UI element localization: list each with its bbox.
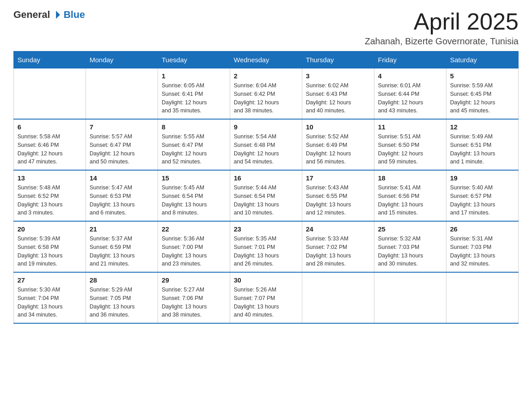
day-number: 27 [17, 276, 82, 284]
calendar-cell: 26Sunrise: 5:31 AM Sunset: 7:03 PM Dayli… [446, 221, 519, 272]
day-info: Sunrise: 5:54 AM Sunset: 6:48 PM Dayligh… [234, 133, 298, 166]
day-info: Sunrise: 5:36 AM Sunset: 7:00 PM Dayligh… [162, 235, 226, 268]
day-number: 10 [306, 123, 370, 131]
day-number: 13 [17, 174, 82, 182]
calendar-cell: 12Sunrise: 5:49 AM Sunset: 6:51 PM Dayli… [446, 119, 519, 170]
day-info: Sunrise: 5:30 AM Sunset: 7:04 PM Dayligh… [17, 286, 82, 319]
day-number: 25 [378, 225, 442, 233]
day-info: Sunrise: 5:29 AM Sunset: 7:05 PM Dayligh… [90, 286, 154, 319]
calendar-header-monday: Monday [86, 51, 158, 68]
day-info: Sunrise: 5:37 AM Sunset: 6:59 PM Dayligh… [90, 235, 154, 268]
calendar-cell: 4Sunrise: 6:01 AM Sunset: 6:44 PM Daylig… [374, 68, 446, 120]
calendar-cell: 8Sunrise: 5:55 AM Sunset: 6:47 PM Daylig… [158, 119, 230, 170]
day-info: Sunrise: 6:05 AM Sunset: 6:41 PM Dayligh… [162, 81, 226, 115]
day-info: Sunrise: 5:59 AM Sunset: 6:45 PM Dayligh… [450, 81, 515, 115]
day-info: Sunrise: 5:58 AM Sunset: 6:46 PM Dayligh… [17, 133, 82, 166]
day-info: Sunrise: 5:33 AM Sunset: 7:02 PM Dayligh… [306, 235, 370, 268]
day-info: Sunrise: 5:27 AM Sunset: 7:06 PM Dayligh… [162, 286, 226, 319]
day-number: 11 [378, 123, 442, 131]
day-info: Sunrise: 5:40 AM Sunset: 6:57 PM Dayligh… [450, 184, 515, 217]
calendar-cell: 5Sunrise: 5:59 AM Sunset: 6:45 PM Daylig… [446, 68, 519, 120]
day-number: 4 [378, 72, 442, 80]
calendar-header-thursday: Thursday [302, 51, 374, 68]
calendar-cell: 2Sunrise: 6:04 AM Sunset: 6:42 PM Daylig… [230, 68, 302, 120]
day-number: 1 [162, 72, 226, 80]
day-number: 9 [234, 123, 298, 131]
calendar-cell: 29Sunrise: 5:27 AM Sunset: 7:06 PM Dayli… [158, 272, 230, 323]
month-title: April 2025 [365, 9, 519, 34]
calendar-cell: 13Sunrise: 5:48 AM Sunset: 6:52 PM Dayli… [14, 170, 86, 221]
calendar-cell: 25Sunrise: 5:32 AM Sunset: 7:03 PM Dayli… [374, 221, 446, 272]
day-number: 14 [90, 174, 154, 182]
day-info: Sunrise: 6:04 AM Sunset: 6:42 PM Dayligh… [234, 81, 298, 115]
calendar-cell: 18Sunrise: 5:41 AM Sunset: 6:56 PM Dayli… [374, 170, 446, 221]
calendar-cell: 11Sunrise: 5:51 AM Sunset: 6:50 PM Dayli… [374, 119, 446, 170]
calendar-week-row: 20Sunrise: 5:39 AM Sunset: 6:58 PM Dayli… [14, 221, 519, 272]
logo-blue: Blue [64, 9, 85, 20]
day-info: Sunrise: 5:44 AM Sunset: 6:54 PM Dayligh… [234, 184, 298, 217]
calendar-cell: 23Sunrise: 5:35 AM Sunset: 7:01 PM Dayli… [230, 221, 302, 272]
day-number: 20 [17, 225, 82, 233]
calendar-cell: 28Sunrise: 5:29 AM Sunset: 7:05 PM Dayli… [86, 272, 158, 323]
calendar-cell: 6Sunrise: 5:58 AM Sunset: 6:46 PM Daylig… [14, 119, 86, 170]
day-info: Sunrise: 5:41 AM Sunset: 6:56 PM Dayligh… [378, 184, 442, 217]
calendar-cell: 17Sunrise: 5:43 AM Sunset: 6:55 PM Dayli… [302, 170, 374, 221]
calendar-cell: 14Sunrise: 5:47 AM Sunset: 6:53 PM Dayli… [86, 170, 158, 221]
calendar-header-friday: Friday [374, 51, 446, 68]
calendar-header-row: SundayMondayTuesdayWednesdayThursdayFrid… [14, 51, 519, 68]
calendar-header-sunday: Sunday [14, 51, 86, 68]
day-number: 26 [450, 225, 515, 233]
day-number: 24 [306, 225, 370, 233]
calendar-cell: 21Sunrise: 5:37 AM Sunset: 6:59 PM Dayli… [86, 221, 158, 272]
calendar-cell: 22Sunrise: 5:36 AM Sunset: 7:00 PM Dayli… [158, 221, 230, 272]
day-info: Sunrise: 5:31 AM Sunset: 7:03 PM Dayligh… [450, 235, 515, 268]
day-info: Sunrise: 5:48 AM Sunset: 6:52 PM Dayligh… [17, 184, 82, 217]
day-info: Sunrise: 5:39 AM Sunset: 6:58 PM Dayligh… [17, 235, 82, 268]
day-number: 6 [17, 123, 82, 131]
day-number: 8 [162, 123, 226, 131]
location-title: Zahanah, Bizerte Governorate, Tunisia [365, 36, 519, 47]
day-info: Sunrise: 5:55 AM Sunset: 6:47 PM Dayligh… [162, 133, 226, 166]
day-info: Sunrise: 5:52 AM Sunset: 6:49 PM Dayligh… [306, 133, 370, 166]
calendar-cell [86, 68, 158, 120]
calendar-header-tuesday: Tuesday [158, 51, 230, 68]
calendar-cell: 24Sunrise: 5:33 AM Sunset: 7:02 PM Dayli… [302, 221, 374, 272]
calendar-week-row: 27Sunrise: 5:30 AM Sunset: 7:04 PM Dayli… [14, 272, 519, 323]
day-number: 28 [90, 276, 154, 284]
day-info: Sunrise: 5:51 AM Sunset: 6:50 PM Dayligh… [378, 133, 442, 166]
calendar-cell: 27Sunrise: 5:30 AM Sunset: 7:04 PM Dayli… [14, 272, 86, 323]
day-number: 18 [378, 174, 442, 182]
day-number: 22 [162, 225, 226, 233]
calendar-header-wednesday: Wednesday [230, 51, 302, 68]
calendar-table: SundayMondayTuesdayWednesdayThursdayFrid… [13, 51, 519, 324]
calendar-week-row: 1Sunrise: 6:05 AM Sunset: 6:41 PM Daylig… [14, 68, 519, 120]
day-info: Sunrise: 5:32 AM Sunset: 7:03 PM Dayligh… [378, 235, 442, 268]
calendar-cell: 30Sunrise: 5:26 AM Sunset: 7:07 PM Dayli… [230, 272, 302, 323]
day-info: Sunrise: 5:45 AM Sunset: 6:54 PM Dayligh… [162, 184, 226, 217]
day-number: 29 [162, 276, 226, 284]
calendar-cell: 9Sunrise: 5:54 AM Sunset: 6:48 PM Daylig… [230, 119, 302, 170]
day-number: 30 [234, 276, 298, 284]
logo: General Blue [13, 9, 85, 21]
calendar-cell: 19Sunrise: 5:40 AM Sunset: 6:57 PM Dayli… [446, 170, 519, 221]
calendar-cell: 3Sunrise: 6:02 AM Sunset: 6:43 PM Daylig… [302, 68, 374, 120]
day-number: 2 [234, 72, 298, 80]
day-number: 3 [306, 72, 370, 80]
calendar-cell: 7Sunrise: 5:57 AM Sunset: 6:47 PM Daylig… [86, 119, 158, 170]
calendar-cell: 20Sunrise: 5:39 AM Sunset: 6:58 PM Dayli… [14, 221, 86, 272]
calendar-week-row: 6Sunrise: 5:58 AM Sunset: 6:46 PM Daylig… [14, 119, 519, 170]
svg-marker-0 [56, 11, 60, 19]
day-info: Sunrise: 6:02 AM Sunset: 6:43 PM Dayligh… [306, 81, 370, 115]
calendar-cell: 1Sunrise: 6:05 AM Sunset: 6:41 PM Daylig… [158, 68, 230, 120]
day-number: 16 [234, 174, 298, 182]
day-info: Sunrise: 5:57 AM Sunset: 6:47 PM Dayligh… [90, 133, 154, 166]
day-number: 17 [306, 174, 370, 182]
title-section: April 2025 Zahanah, Bizerte Governorate,… [365, 9, 519, 47]
page-header: General Blue April 2025 Zahanah, Bizerte… [13, 9, 519, 47]
day-number: 5 [450, 72, 515, 80]
calendar-cell [446, 272, 519, 323]
logo-general: General [13, 9, 50, 21]
day-number: 7 [90, 123, 154, 131]
day-info: Sunrise: 6:01 AM Sunset: 6:44 PM Dayligh… [378, 81, 442, 115]
day-info: Sunrise: 5:35 AM Sunset: 7:01 PM Dayligh… [234, 235, 298, 268]
